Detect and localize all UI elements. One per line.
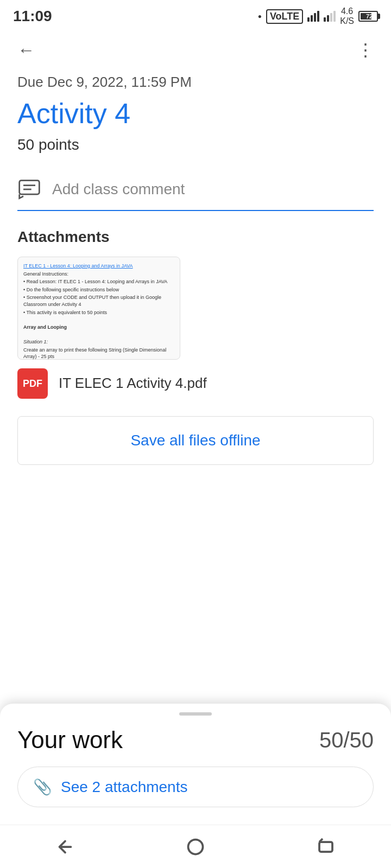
svg-point-3 bbox=[188, 839, 203, 854]
volte-badge: VoLTE bbox=[266, 9, 303, 24]
pdf-thumbnail-preview[interactable]: IT ELEC 1 - Lesson 4: Looping and Arrays… bbox=[17, 257, 180, 360]
pdf-filename: IT ELEC 1 Activity 4.pdf bbox=[59, 374, 207, 393]
more-options-button[interactable]: ⋮ bbox=[352, 37, 378, 63]
svg-rect-4 bbox=[319, 842, 332, 852]
back-arrow-icon: ← bbox=[17, 40, 35, 60]
comment-placeholder[interactable]: Add class comment bbox=[52, 181, 185, 198]
pdf-file-item[interactable]: PDF IT ELEC 1 Activity 4.pdf bbox=[17, 368, 374, 399]
points-label: 50 points bbox=[17, 136, 374, 154]
recents-nav-button[interactable] bbox=[311, 832, 341, 862]
back-nav-button[interactable] bbox=[50, 832, 80, 862]
attachments-label: Attachments bbox=[17, 228, 374, 246]
time-display: 11:09 bbox=[13, 8, 52, 25]
signal-bars-1 bbox=[307, 11, 319, 22]
pdf-badge-icon: PDF bbox=[17, 368, 48, 399]
comment-section[interactable]: Add class comment bbox=[17, 169, 374, 211]
your-work-label: Your work bbox=[17, 726, 123, 754]
save-all-files-button[interactable]: Save all files offline bbox=[17, 416, 374, 465]
sheet-handle-container bbox=[17, 712, 374, 726]
speed-display: 4.6K/S bbox=[340, 7, 354, 25]
battery-icon: 72 bbox=[358, 11, 378, 22]
home-nav-button[interactable] bbox=[180, 832, 211, 862]
svg-rect-0 bbox=[20, 181, 40, 195]
save-button-label: Save all files offline bbox=[130, 432, 260, 449]
sheet-header: Your work 50/50 bbox=[17, 726, 374, 754]
due-date: Due Dec 9, 2022, 11:59 PM bbox=[17, 74, 374, 91]
comment-icon bbox=[17, 177, 41, 201]
paperclip-icon: 📎 bbox=[33, 778, 52, 796]
recents-nav-icon bbox=[316, 837, 336, 857]
main-content: Due Dec 9, 2022, 11:59 PM Activity 4 50 … bbox=[0, 69, 391, 465]
score-display: 50/50 bbox=[319, 728, 374, 752]
navigation-bar bbox=[0, 825, 391, 868]
back-nav-icon bbox=[55, 837, 75, 857]
sheet-handle bbox=[179, 712, 212, 716]
more-dots-icon: ⋮ bbox=[357, 40, 373, 60]
status-bar: 11:09 ● VoLTE 4.6K/S 72 bbox=[0, 0, 391, 30]
your-work-bottom-sheet: Your work 50/50 📎 See 2 attachments bbox=[0, 704, 391, 825]
dot-indicator: ● bbox=[258, 12, 262, 20]
status-icons: ● VoLTE 4.6K/S 72 bbox=[258, 7, 378, 25]
see-attachments-button[interactable]: 📎 See 2 attachments bbox=[17, 767, 374, 807]
assignment-title: Activity 4 bbox=[17, 97, 374, 130]
home-nav-icon bbox=[186, 837, 205, 857]
app-bar: ← ⋮ bbox=[0, 30, 391, 69]
signal-bars-2 bbox=[324, 11, 336, 22]
attachments-button-label: See 2 attachments bbox=[61, 778, 187, 796]
back-button[interactable]: ← bbox=[13, 37, 39, 63]
